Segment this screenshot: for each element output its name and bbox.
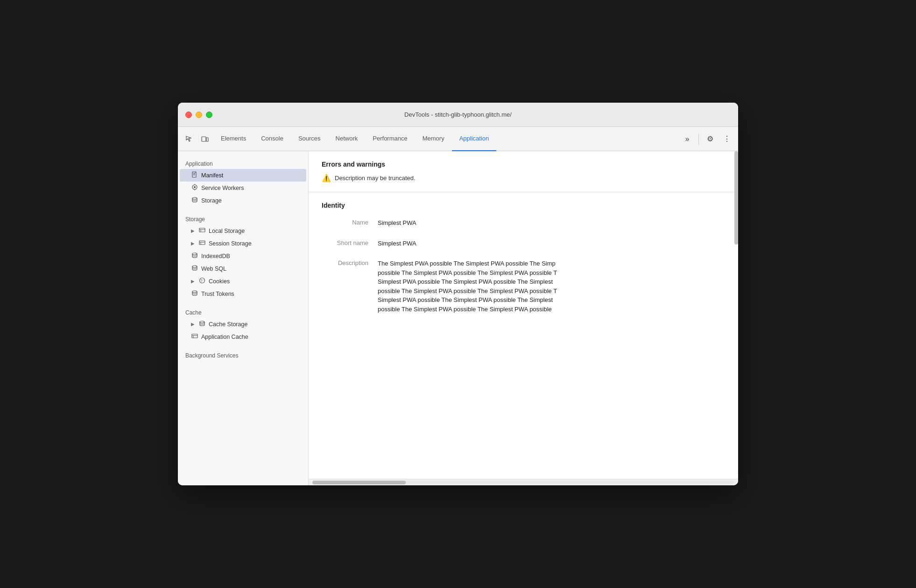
svg-rect-0 xyxy=(202,137,206,141)
toolbar-divider xyxy=(698,133,699,145)
session-storage-label: Session Storage xyxy=(209,240,252,247)
svg-rect-26 xyxy=(192,334,197,338)
sidebar-sep-1 xyxy=(178,207,308,210)
svg-point-22 xyxy=(203,280,204,280)
sidebar-section-cache: Cache xyxy=(178,304,308,318)
sidebar-item-local-storage[interactable]: ▶ Local Storage xyxy=(180,224,306,237)
svg-point-20 xyxy=(200,278,205,283)
identity-row-description: Description The Simplest PWA possible Th… xyxy=(322,259,725,314)
cookies-arrow: ▶ xyxy=(191,279,195,284)
traffic-lights xyxy=(185,112,212,118)
sidebar-item-cookies[interactable]: ▶ Cookies xyxy=(180,275,306,287)
v-scrollbar-thumb[interactable] xyxy=(734,151,738,245)
window-title: DevTools - stitch-glib-typhoon.glitch.me… xyxy=(404,111,512,118)
h-scrollbar-thumb[interactable] xyxy=(312,481,406,484)
name-value: Simplest PWA xyxy=(378,218,725,228)
indexeddb-label: IndexedDB xyxy=(201,253,230,259)
local-storage-icon xyxy=(198,227,206,235)
identity-title: Identity xyxy=(322,202,725,209)
sidebar-section-bg-services: Background Services xyxy=(178,347,308,361)
sidebar-item-service-workers[interactable]: Service Workers xyxy=(180,182,306,194)
sidebar-item-indexeddb[interactable]: IndexedDB xyxy=(180,250,306,262)
sidebar-item-manifest[interactable]: Manifest xyxy=(180,169,306,182)
trust-tokens-label: Trust Tokens xyxy=(201,291,234,297)
tab-network[interactable]: Network xyxy=(328,127,366,151)
minimize-button[interactable] xyxy=(196,112,202,118)
tab-sources[interactable]: Sources xyxy=(291,127,328,151)
horizontal-scrollbar[interactable] xyxy=(309,479,738,485)
local-storage-arrow: ▶ xyxy=(191,228,195,233)
service-workers-icon xyxy=(191,184,198,192)
sidebar-item-web-sql[interactable]: Web SQL xyxy=(180,262,306,275)
sidebar-item-trust-tokens[interactable]: Trust Tokens xyxy=(180,287,306,300)
sidebar-item-storage[interactable]: Storage xyxy=(180,194,306,207)
session-storage-arrow: ▶ xyxy=(191,241,195,246)
tab-elements[interactable]: Elements xyxy=(213,127,254,151)
devtools-tabs: Elements Console Sources Network Perform… xyxy=(213,127,679,151)
svg-point-11 xyxy=(192,197,197,199)
short-name-label: Short name xyxy=(322,239,378,246)
description-label: Description xyxy=(322,259,378,266)
close-button[interactable] xyxy=(185,112,192,118)
maximize-button[interactable] xyxy=(206,112,212,118)
inspect-element-button[interactable] xyxy=(182,132,197,147)
app-cache-icon xyxy=(191,333,198,341)
svg-point-21 xyxy=(201,280,202,280)
more-tabs-button[interactable]: » xyxy=(680,132,695,147)
indexeddb-icon xyxy=(191,252,198,260)
cookies-label: Cookies xyxy=(209,278,230,285)
local-storage-label: Local Storage xyxy=(209,228,245,234)
web-sql-icon xyxy=(191,265,198,273)
warning-icon: ⚠️ xyxy=(322,174,331,182)
more-options-button[interactable]: ⋮ xyxy=(719,132,734,147)
session-storage-icon xyxy=(198,239,206,247)
manifest-icon xyxy=(191,171,198,179)
svg-point-19 xyxy=(192,266,197,267)
svg-rect-1 xyxy=(206,138,208,141)
cache-storage-label: Cache Storage xyxy=(209,321,247,328)
identity-section: Identity Name Simplest PWA Short name Si… xyxy=(309,192,738,334)
manifest-label: Manifest xyxy=(201,172,223,179)
tab-console[interactable]: Console xyxy=(254,127,291,151)
devtools-toolbar: Elements Console Sources Network Perform… xyxy=(178,127,738,151)
h-scrollbar-track xyxy=(312,481,734,484)
svg-point-18 xyxy=(192,253,197,255)
storage-label: Storage xyxy=(201,197,222,204)
device-toggle-button[interactable] xyxy=(197,132,212,147)
vertical-scrollbar[interactable] xyxy=(734,151,738,485)
short-name-value: Simplest PWA xyxy=(378,239,725,248)
cache-storage-icon xyxy=(198,320,206,328)
web-sql-label: Web SQL xyxy=(201,266,226,272)
sidebar-section-storage: Storage xyxy=(178,210,308,224)
service-workers-label: Service Workers xyxy=(201,185,244,191)
svg-rect-12 xyxy=(199,228,205,232)
titlebar: DevTools - stitch-glib-typhoon.glitch.me… xyxy=(178,103,738,127)
svg-rect-15 xyxy=(199,241,205,245)
svg-point-24 xyxy=(192,291,197,293)
errors-warnings-title: Errors and warnings xyxy=(322,161,725,168)
settings-button[interactable]: ⚙ xyxy=(703,132,718,147)
warning-row: ⚠️ Description may be truncated. xyxy=(322,174,725,182)
svg-point-23 xyxy=(201,281,202,282)
identity-row-name: Name Simplest PWA xyxy=(322,218,725,228)
sidebar-sep-3 xyxy=(178,343,308,347)
tab-performance[interactable]: Performance xyxy=(365,127,415,151)
main-content: Application Manifest xyxy=(178,151,738,485)
cache-storage-arrow: ▶ xyxy=(191,322,195,327)
trust-tokens-icon xyxy=(191,290,198,298)
errors-warnings-section: Errors and warnings ⚠️ Description may b… xyxy=(309,151,738,192)
svg-point-8 xyxy=(194,186,196,188)
sidebar: Application Manifest xyxy=(178,151,309,485)
sidebar-item-app-cache[interactable]: Application Cache xyxy=(180,330,306,343)
sidebar-sep-2 xyxy=(178,300,308,304)
sidebar-item-cache-storage[interactable]: ▶ Cache Storage xyxy=(180,318,306,330)
content-pane: Errors and warnings ⚠️ Description may b… xyxy=(309,151,738,479)
tab-memory[interactable]: Memory xyxy=(415,127,452,151)
identity-row-short-name: Short name Simplest PWA xyxy=(322,239,725,248)
sidebar-section-application: Application xyxy=(178,155,308,169)
toolbar-right-actions: » ⚙ ⋮ xyxy=(680,132,734,147)
sidebar-item-session-storage[interactable]: ▶ Session Storage xyxy=(180,237,306,250)
tab-application[interactable]: Application xyxy=(452,127,497,151)
app-cache-label: Application Cache xyxy=(201,334,248,340)
devtools-window: DevTools - stitch-glib-typhoon.glitch.me… xyxy=(178,103,738,485)
